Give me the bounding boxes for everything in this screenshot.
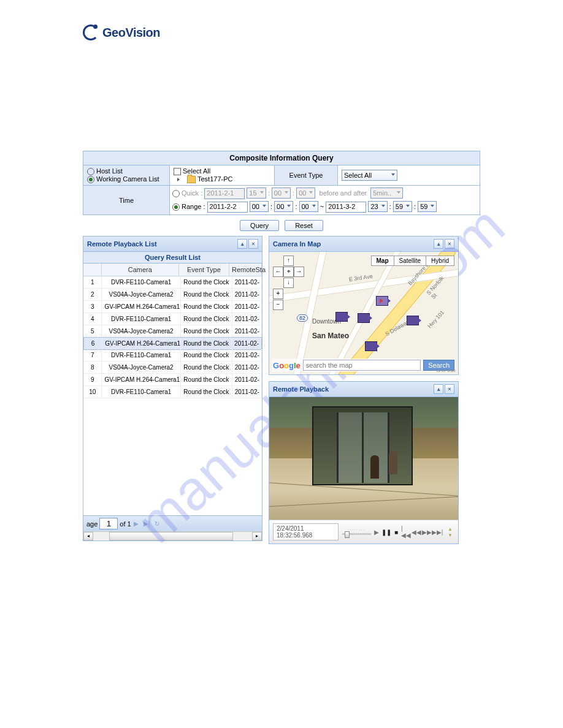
step-up-icon[interactable]: ▲ bbox=[446, 526, 454, 532]
query-result-title: Query Result List bbox=[83, 252, 262, 264]
speed-slider[interactable]: ''''''''' bbox=[342, 529, 371, 535]
range-start-min[interactable]: 00 bbox=[274, 201, 293, 212]
pager: age of 1 ▶ ▶| ↻ bbox=[83, 515, 262, 531]
query-panel-title: Composite Information Query bbox=[83, 151, 480, 165]
logo-text: GeoVision bbox=[102, 26, 160, 40]
camera-marker-playing[interactable] bbox=[376, 296, 388, 306]
table-row[interactable]: 6GV-IPCAM H.264-Camera1Round the Clock20… bbox=[83, 337, 262, 350]
pan-down-icon[interactable]: ↓ bbox=[283, 278, 294, 288]
range-start-sec[interactable]: 00 bbox=[299, 201, 318, 212]
pause-icon[interactable]: ❚❚ bbox=[382, 528, 391, 536]
brand-logo: GeoVision bbox=[83, 25, 480, 40]
quick-radio[interactable] bbox=[172, 189, 182, 197]
table-row[interactable]: 2VS04A-Joyce-Camera2Round the Clock2011-… bbox=[83, 289, 262, 301]
table-row[interactable]: 7DVR-FE110-Camera1Round the Clock2011-02… bbox=[83, 349, 262, 362]
range-start-date-input[interactable]: 2011-2-2 bbox=[207, 202, 248, 213]
table-row[interactable]: 4DVR-FE110-Camera1Round the Clock2011-02… bbox=[83, 313, 262, 325]
rewind-icon[interactable]: ◀◀ bbox=[412, 528, 421, 536]
next-page-icon[interactable]: ▶ bbox=[134, 520, 139, 527]
panel-title: Camera In Map bbox=[273, 240, 321, 248]
panel-title: Remote Playback bbox=[273, 385, 329, 393]
forward-icon[interactable]: ▶▶ bbox=[423, 528, 431, 536]
route-shield: 82 bbox=[297, 314, 308, 322]
quick-sec-select: 00 bbox=[296, 188, 315, 199]
table-row[interactable]: 8VS04A-Joyce-Camera2Round the Clock2011-… bbox=[83, 362, 262, 374]
refresh-icon[interactable]: ↻ bbox=[155, 520, 159, 527]
select-all-label: Select All bbox=[183, 167, 210, 175]
quick-date-input: 2011-2-1 bbox=[204, 188, 245, 199]
close-icon[interactable]: × bbox=[248, 239, 258, 249]
horizontal-scrollbar[interactable]: ◂▸ bbox=[83, 531, 262, 540]
skip-end-icon[interactable]: ▶▶| bbox=[433, 528, 442, 536]
query-panel: Composite Information Query Host List Wo… bbox=[83, 151, 480, 215]
map-search-input[interactable] bbox=[303, 360, 421, 371]
play-icon[interactable]: ▶ bbox=[373, 528, 380, 536]
range-end-min[interactable]: 59 bbox=[393, 201, 412, 212]
zoom-in-icon[interactable]: + bbox=[273, 289, 283, 299]
step-down-icon[interactable]: ▼ bbox=[446, 532, 454, 538]
working-camera-list-radio[interactable]: Working Camera List bbox=[87, 175, 166, 183]
map-terms[interactable]: ts of Use bbox=[436, 368, 456, 373]
range-end-sec[interactable]: 59 bbox=[418, 201, 437, 212]
camera-marker[interactable] bbox=[407, 316, 419, 325]
google-logo: Google bbox=[273, 361, 301, 370]
reset-button[interactable]: Reset bbox=[285, 220, 323, 231]
panel-title: Remote Playback List bbox=[87, 240, 157, 248]
table-row[interactable]: 1DVR-FE110-Camera1Round the Clock2011-02… bbox=[83, 276, 262, 289]
table-row[interactable]: 5VS04A-Joyce-Camera2Round the Clock2011-… bbox=[83, 325, 262, 338]
folder-icon bbox=[187, 176, 196, 183]
range-start-hour[interactable]: 00 bbox=[250, 201, 269, 212]
tree-expand-icon[interactable] bbox=[177, 178, 180, 181]
pan-left-icon[interactable]: ← bbox=[273, 267, 283, 277]
quick-hour-select: 15 bbox=[247, 188, 266, 199]
playback-timestamp: 2/24/2011 18:32:56.968 bbox=[273, 523, 339, 540]
camera-marker[interactable] bbox=[365, 341, 377, 351]
range-end-date-input[interactable]: 2011-3-2 bbox=[326, 202, 366, 213]
pan-home-icon[interactable]: ⌖ bbox=[283, 267, 294, 277]
grid-header: Camera Event Type RemoteSta bbox=[83, 264, 262, 276]
close-icon[interactable]: × bbox=[445, 384, 454, 394]
stop-icon[interactable]: ■ bbox=[393, 528, 400, 536]
collapse-icon[interactable]: ▴ bbox=[237, 239, 247, 249]
range-end-hour[interactable]: 23 bbox=[368, 201, 387, 212]
query-button[interactable]: Query bbox=[240, 220, 279, 231]
skip-start-icon[interactable]: |◀◀ bbox=[402, 528, 410, 536]
last-page-icon[interactable]: ▶| bbox=[144, 520, 150, 527]
remote-playback-list-panel: Remote Playback List ▴ × Query Result Li… bbox=[83, 236, 262, 541]
collapse-icon[interactable]: ▴ bbox=[434, 239, 443, 249]
map-type-map[interactable]: Map bbox=[371, 256, 394, 266]
quick-min-select: 00 bbox=[272, 188, 291, 199]
logo-mark-icon bbox=[83, 25, 99, 40]
zoom-out-icon[interactable]: − bbox=[273, 300, 283, 310]
table-row[interactable]: 9GV-IPCAM H.264-Camera1Round the Clock20… bbox=[83, 374, 262, 386]
host-list-radio[interactable]: Host List bbox=[87, 167, 166, 175]
map-type-satellite[interactable]: Satellite bbox=[394, 256, 427, 266]
event-type-select[interactable]: Select All bbox=[342, 170, 397, 181]
collapse-icon[interactable]: ▴ bbox=[434, 384, 443, 394]
range-radio[interactable] bbox=[172, 203, 182, 210]
host-tree-item[interactable]: Test177-PC bbox=[174, 175, 270, 183]
camera-marker[interactable] bbox=[335, 312, 348, 322]
video-viewport[interactable] bbox=[269, 397, 458, 520]
map-type-hybrid[interactable]: Hybrid bbox=[426, 256, 454, 266]
remote-playback-panel: Remote Playback ▴ × 2/2 bbox=[269, 381, 459, 544]
page-number-input[interactable] bbox=[99, 518, 118, 529]
table-row[interactable]: 10DVR-FE110-Camera1Round the Clock2011-0… bbox=[83, 386, 262, 398]
pan-up-icon[interactable]: ↑ bbox=[283, 256, 294, 266]
close-icon[interactable]: × bbox=[445, 239, 454, 249]
time-label: Time bbox=[83, 186, 170, 214]
camera-marker[interactable] bbox=[358, 313, 370, 323]
select-all-checkbox[interactable] bbox=[174, 168, 181, 175]
event-type-label: Event Type bbox=[275, 165, 338, 185]
pan-right-icon[interactable]: → bbox=[294, 267, 304, 277]
camera-in-map-panel: Camera In Map ▴ × E 3rd Ave Bayshore Fwy… bbox=[269, 236, 459, 375]
before-after-select: 5min.. bbox=[370, 188, 403, 199]
playback-controls: 2/24/2011 18:32:56.968 ''''''''' ▶ ❚❚ ■ … bbox=[269, 520, 458, 544]
table-row[interactable]: 3GV-IPCAM H.264-Camera1Round the Clock20… bbox=[83, 301, 262, 313]
